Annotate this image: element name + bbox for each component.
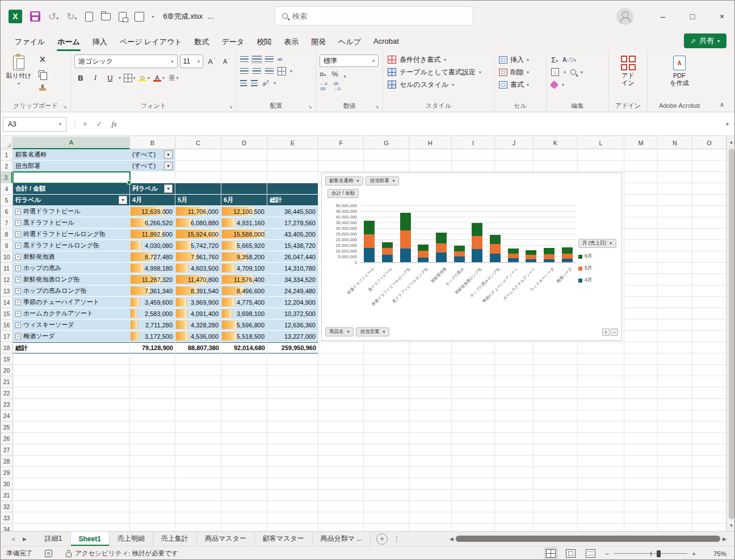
decrease-decimal-icon[interactable]: .00→.0 bbox=[333, 81, 340, 91]
zoom-slider[interactable]: − + bbox=[606, 550, 696, 557]
create-pdf-button[interactable]: A PDFを作成 bbox=[663, 53, 695, 86]
expand-icon[interactable]: + bbox=[15, 231, 21, 237]
column-header-G[interactable]: G bbox=[364, 137, 409, 149]
row-header-13[interactable]: 13 bbox=[1, 285, 12, 297]
scroll-right-icon[interactable]: ▶ bbox=[723, 536, 726, 542]
select-all-corner[interactable] bbox=[1, 137, 13, 149]
chart-field-button-顧客名通称[interactable]: 顧客名通称▼ bbox=[325, 176, 363, 186]
phonetic-button[interactable]: 亜▾ bbox=[167, 71, 180, 84]
column-header-C[interactable]: C bbox=[175, 137, 221, 149]
row-header-24[interactable]: 24 bbox=[1, 410, 12, 422]
scroll-up-icon[interactable]: ▲ bbox=[729, 137, 734, 148]
ribbon-tab-開発[interactable]: 開発 bbox=[305, 33, 332, 50]
align-middle-icon[interactable] bbox=[253, 56, 261, 62]
increase-indent-icon[interactable] bbox=[251, 80, 258, 86]
next-sheet-icon[interactable]: ▶ bbox=[23, 536, 27, 542]
account-avatar[interactable] bbox=[616, 8, 633, 25]
row-header-32[interactable]: 32 bbox=[1, 501, 12, 512]
column-header-M[interactable]: M bbox=[624, 137, 658, 149]
ribbon-tab-ページ レイアウト[interactable]: ページ レイアウト bbox=[114, 33, 188, 50]
column-header-I[interactable]: I bbox=[452, 137, 495, 149]
name-box[interactable]: A3▾ bbox=[3, 117, 66, 132]
share-button[interactable]: ⬀ 共有 ▾ bbox=[684, 33, 726, 48]
expand-all-button[interactable]: + bbox=[602, 329, 610, 336]
sheet-tab-商品マスター[interactable]: 商品マスター bbox=[197, 532, 255, 546]
column-header-B[interactable]: B bbox=[130, 137, 175, 149]
new-sheet-button[interactable]: + bbox=[376, 533, 388, 545]
row-header-27[interactable]: 27 bbox=[1, 444, 12, 456]
ribbon-tab-Acrobat[interactable]: Acrobat bbox=[367, 33, 405, 50]
ribbon-tab-校閲[interactable]: 校閲 bbox=[250, 33, 278, 50]
conditional-formatting-button[interactable]: 条件付き書式▾ bbox=[385, 53, 492, 66]
expand-formula-bar-icon[interactable]: ▾ bbox=[723, 121, 732, 127]
row-header-8[interactable]: 8 bbox=[1, 229, 12, 240]
row-header-12[interactable]: 12 bbox=[1, 274, 12, 285]
dialog-launcher-icon[interactable]: ↘ bbox=[62, 104, 67, 110]
pivot-row-label[interactable]: +吟選ドラフトビールロング缶 bbox=[13, 229, 130, 240]
dialog-launcher-icon[interactable]: ↘ bbox=[308, 104, 312, 110]
align-center-icon[interactable] bbox=[253, 68, 261, 74]
formula-input[interactable] bbox=[125, 117, 723, 132]
row-header-6[interactable]: 6 bbox=[1, 206, 12, 217]
search-input[interactable] bbox=[292, 12, 434, 20]
chart-field-button-担当部署[interactable]: 担当部署▼ bbox=[366, 176, 399, 186]
expand-icon[interactable]: + bbox=[15, 311, 21, 317]
expand-icon[interactable]: + bbox=[15, 288, 21, 294]
ribbon-tab-数式[interactable]: 数式 bbox=[188, 33, 216, 50]
cut-button[interactable] bbox=[36, 54, 49, 66]
expand-icon[interactable]: + bbox=[15, 334, 21, 339]
row-header-33[interactable]: 33 bbox=[1, 512, 12, 524]
chart-field-button-商品名[interactable]: 商品名▼ bbox=[325, 327, 354, 336]
sheet-tab-売上明細[interactable]: 売上明細 bbox=[110, 532, 153, 546]
currency-format-icon[interactable]: ¤▾ bbox=[320, 70, 326, 78]
align-top-icon[interactable] bbox=[240, 56, 249, 62]
minimize-button[interactable]: – bbox=[650, 5, 675, 28]
sheet-tab-商品分類マ ...[interactable]: 商品分類マ ... bbox=[313, 532, 371, 546]
zoom-in-icon[interactable]: + bbox=[692, 550, 696, 557]
scroll-down-icon[interactable]: ▼ bbox=[729, 520, 734, 531]
row-header-14[interactable]: 14 bbox=[1, 297, 12, 308]
collapse-ribbon-icon[interactable]: ∧ bbox=[720, 101, 724, 108]
copy-button[interactable]: ▾ bbox=[36, 68, 49, 79]
autosum-icon[interactable]: Σ▾ bbox=[551, 56, 558, 64]
bold-button[interactable]: B bbox=[74, 71, 87, 84]
vertical-scroll-thumb[interactable] bbox=[729, 149, 734, 519]
row-label-dropdown-icon[interactable]: ▼ bbox=[119, 196, 127, 204]
enter-icon[interactable]: ✓ bbox=[96, 120, 103, 128]
dialog-launcher-icon[interactable]: ↘ bbox=[375, 104, 379, 110]
pivot-row-label[interactable]: +黒ドラフトビール bbox=[13, 217, 130, 229]
column-header-O[interactable]: O bbox=[692, 137, 726, 149]
row-header-1[interactable]: 1 bbox=[1, 149, 12, 161]
expand-icon[interactable]: + bbox=[15, 254, 21, 260]
column-header-D[interactable]: D bbox=[221, 137, 267, 149]
selected-cell[interactable] bbox=[13, 171, 131, 184]
font-name-select[interactable]: 游ゴシック▾ bbox=[74, 54, 178, 68]
column-header-F[interactable]: F bbox=[318, 137, 364, 149]
print-preview-icon[interactable] bbox=[119, 12, 127, 22]
column-header-A[interactable]: A bbox=[13, 137, 130, 149]
pivot-row-label[interactable]: +吟選ドラフトビール bbox=[13, 206, 130, 217]
prev-sheet-icon[interactable]: ◀ bbox=[11, 536, 15, 542]
row-header-22[interactable]: 22 bbox=[1, 388, 12, 399]
expand-icon[interactable]: + bbox=[15, 220, 21, 226]
sort-filter-icon[interactable]: A↓▽▾ bbox=[562, 57, 576, 63]
italic-button[interactable]: I bbox=[89, 71, 102, 84]
decrease-indent-icon[interactable] bbox=[240, 80, 247, 86]
filter-dropdown-icon[interactable]: ▼ bbox=[164, 162, 173, 170]
dialog-launcher-icon[interactable]: ↘ bbox=[228, 104, 233, 110]
search-box[interactable] bbox=[275, 6, 473, 26]
insert-cells-button[interactable]: 挿入▾ bbox=[497, 53, 544, 66]
sheet-tab-顧客マスター[interactable]: 顧客マスター bbox=[255, 532, 313, 546]
row-header-2[interactable]: 2 bbox=[1, 161, 12, 172]
save-icon[interactable] bbox=[30, 11, 40, 22]
fill-icon[interactable]: ↓ bbox=[551, 68, 559, 76]
open-file-icon[interactable] bbox=[101, 13, 111, 20]
ribbon-tab-ファイル[interactable]: ファイル bbox=[9, 33, 51, 50]
maximize-button[interactable]: □ bbox=[680, 5, 705, 28]
col-label-dropdown-icon[interactable]: ▼ bbox=[164, 184, 173, 193]
pivot-row-label[interactable]: +黒ドラフトビールロング缶 bbox=[13, 240, 130, 251]
expand-icon[interactable]: + bbox=[15, 243, 21, 249]
undo-icon[interactable]: ↺▾ bbox=[48, 12, 58, 22]
borders-button[interactable]: ▾ bbox=[123, 71, 136, 84]
addins-button[interactable]: アドイン bbox=[612, 53, 644, 86]
